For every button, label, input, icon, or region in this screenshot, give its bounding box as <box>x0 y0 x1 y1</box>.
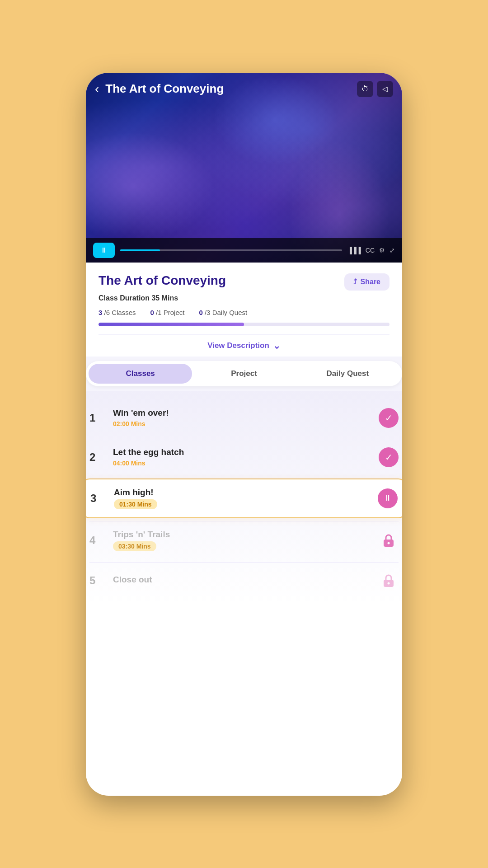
tab-daily-quest[interactable]: Daily Quest <box>296 364 399 384</box>
share-button[interactable]: ⤴ Share <box>344 273 389 291</box>
back-button[interactable]: ‹ <box>95 83 99 95</box>
course-duration: Class Duration 35 Mins <box>99 294 389 302</box>
stat-project: 0 /1 Project <box>150 309 185 316</box>
class-info-2: Let the egg hatch 04:00 Mins <box>113 447 379 467</box>
class-duration-1: 02:00 Mins <box>113 420 145 427</box>
svg-point-1 <box>388 542 390 544</box>
share-label: Share <box>361 278 380 286</box>
stat-daily-quest: 0 /3 Daily Quest <box>199 309 247 316</box>
class-item-5[interactable]: 5 Close out <box>86 563 402 604</box>
class-info-4: Trips 'n' Trails 03:30 Mins <box>113 530 379 551</box>
class-item-4[interactable]: 4 Trips 'n' Trails 03:30 Mins <box>86 521 402 559</box>
video-title: The Art of Conveying <box>105 82 357 96</box>
quest-completed: 0 <box>199 309 202 316</box>
classes-list: 1 Win 'em over! 02:00 Mins ✓ 2 Let the e… <box>86 391 402 604</box>
svg-point-3 <box>388 582 390 584</box>
settings-icon[interactable]: ⚙ <box>379 247 385 254</box>
class-num-2: 2 <box>89 451 106 464</box>
class-status-3: ⏸ <box>378 488 398 508</box>
class-item-1[interactable]: 1 Win 'em over! 02:00 Mins ✓ <box>86 400 402 436</box>
class-info-3: Aim high! 01:30 Mins <box>114 488 378 509</box>
project-completed: 0 <box>150 309 154 316</box>
video-header: ‹ The Art of Conveying ⏱ ◁ <box>86 73 402 105</box>
stat-classes: 3 /6 Classes <box>99 309 136 316</box>
class-info-1: Win 'em over! 02:00 Mins <box>113 408 379 428</box>
class-duration-4: 03:30 Mins <box>113 541 156 551</box>
class-name-4: Trips 'n' Trails <box>113 530 379 540</box>
view-description-label: View Description <box>207 341 269 350</box>
course-header: The Art of Conveying ⤴ Share <box>99 273 389 291</box>
class-num-3: 3 <box>90 492 107 505</box>
class-status-1: ✓ <box>379 408 399 428</box>
class-duration-3: 01:30 Mins <box>114 499 157 509</box>
video-controls: ⏸ ▐▐▐ CC ⚙ ⤢ <box>86 238 402 263</box>
clock-icon-button[interactable]: ⏱ <box>357 81 373 97</box>
class-item-3[interactable]: 3 Aim high! 01:30 Mins ⏸ <box>86 479 402 518</box>
duration-label: Class Duration <box>99 294 150 302</box>
cc-icon[interactable]: CC <box>366 247 375 254</box>
tabs-row: Classes Project Daily Quest <box>86 361 402 386</box>
content-section: The Art of Conveying ⤴ Share Class Durat… <box>86 263 402 357</box>
phone-frame: ‹ The Art of Conveying ⏱ ◁ ⏸ ▐▐▐ CC ⚙ ⤢ <box>86 73 402 796</box>
send-icon-button[interactable]: ◁ <box>377 81 393 97</box>
class-name-2: Let the egg hatch <box>113 447 379 457</box>
tab-project[interactable]: Project <box>192 364 296 384</box>
chevron-down-icon: ⌄ <box>273 340 281 351</box>
class-status-2: ✓ <box>379 447 399 467</box>
fullscreen-icon[interactable]: ⤢ <box>389 247 395 254</box>
duration-value: 35 Mins <box>151 294 178 302</box>
overall-progress-fill <box>99 323 244 326</box>
play-pause-button[interactable]: ⏸ <box>93 243 115 258</box>
class-item-2[interactable]: 2 Let the egg hatch 04:00 Mins ✓ <box>86 439 402 475</box>
class-num-5: 5 <box>89 574 106 587</box>
class-num-4: 4 <box>89 534 106 547</box>
video-control-icons: ▐▐▐ CC ⚙ ⤢ <box>347 247 395 254</box>
tab-classes[interactable]: Classes <box>89 364 192 384</box>
share-icon: ⤴ <box>353 278 357 286</box>
class-name-1: Win 'em over! <box>113 408 379 418</box>
quest-divider: /3 Daily Quest <box>205 309 247 316</box>
classes-completed: 3 <box>99 309 102 316</box>
class-name-3: Aim high! <box>114 488 378 497</box>
class-num-1: 1 <box>89 412 106 424</box>
signal-icon[interactable]: ▐▐▐ <box>347 247 361 254</box>
class-duration-2: 04:00 Mins <box>113 460 145 467</box>
course-title: The Art of Conveying <box>99 273 337 288</box>
video-icon-buttons: ⏱ ◁ <box>357 81 393 97</box>
stats-row: 3 /6 Classes 0 /1 Project 0 /3 Daily Que… <box>99 309 389 316</box>
class-info-5: Close out <box>113 575 379 586</box>
overall-progress-bar <box>99 323 389 326</box>
view-description-button[interactable]: View Description ⌄ <box>99 334 389 357</box>
tabs-container: Classes Project Daily Quest <box>86 357 402 391</box>
video-progress-bar[interactable] <box>120 249 342 251</box>
classes-divider: /6 Classes <box>104 309 136 316</box>
project-divider: /1 Project <box>156 309 184 316</box>
class-status-4 <box>379 530 399 550</box>
video-section: ‹ The Art of Conveying ⏱ ◁ ⏸ ▐▐▐ CC ⚙ ⤢ <box>86 73 402 263</box>
class-name-5: Close out <box>113 575 379 585</box>
video-progress-fill <box>120 249 160 251</box>
class-status-5 <box>379 571 399 591</box>
pause-icon: ⏸ <box>100 246 108 254</box>
